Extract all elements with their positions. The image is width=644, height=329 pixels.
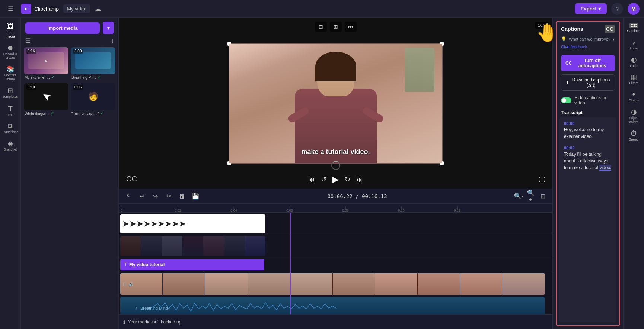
export-chevron-icon: ▾: [598, 6, 601, 12]
skip-back-button[interactable]: ⏮: [308, 176, 315, 184]
project-name[interactable]: My video: [63, 4, 90, 13]
sidebar-item-brand-kit[interactable]: ◈ Brand kit: [1, 138, 19, 154]
sidebar-item-text[interactable]: T Text: [1, 103, 19, 119]
your-media-icon: 🖼: [7, 23, 14, 30]
zoom-out-button[interactable]: 🔍-: [514, 191, 524, 201]
track-row-video-frames: [119, 235, 552, 257]
download-captions-button[interactable]: ⬇ Download captions (.srt): [561, 74, 615, 91]
person-figure: [291, 52, 380, 163]
video-canvas-inner: make a tutorial video.: [229, 44, 442, 163]
skip-forward-button[interactable]: ⏭: [356, 176, 363, 184]
preview-top-toolbar: ⊡ ⊞ •••: [315, 22, 357, 32]
hamburger-button[interactable]: ☰: [4, 3, 16, 15]
playback-controls: ⏮ ↺ ▶ ↻ ⏭: [308, 175, 363, 184]
transcript-content[interactable]: 00:00 Hey, welcome to my exlainer video.…: [559, 117, 616, 322]
logo-icon: [21, 4, 31, 14]
content-library-icon: 📚: [6, 66, 15, 72]
feedback-icon: 💡: [561, 36, 567, 42]
forward-button[interactable]: ↻: [345, 175, 350, 184]
right-sidebar-item-fade[interactable]: ◐ Fade: [625, 54, 643, 70]
right-captions-icon: CC: [629, 23, 638, 28]
track-row-main-video: ⏸ 🔊: [119, 272, 552, 296]
save-button[interactable]: 💾: [190, 191, 201, 201]
media-duration-turn-on: 0:05: [73, 85, 83, 90]
filter-icon[interactable]: ☰: [25, 37, 31, 44]
right-adjust-colors-icon: ◑: [631, 109, 637, 115]
mute-icon[interactable]: ⏸: [122, 281, 127, 287]
ruler-mark-4: 0:04: [230, 209, 237, 212]
ruler-mark-10: 0:10: [398, 209, 405, 212]
ruler-mark-2: 0:02: [175, 209, 181, 212]
check-mark-white-diag: ✓: [51, 111, 54, 116]
sidebar-label-transitions: Transitions: [2, 130, 19, 134]
volume-icon[interactable]: 🔊: [128, 282, 134, 287]
right-sidebar-item-audio[interactable]: ♪ Audio: [625, 37, 643, 53]
video-subtitle: make a tutorial video.: [301, 148, 370, 156]
fit-button[interactable]: ⊡: [538, 191, 548, 201]
import-media-button[interactable]: Import media: [25, 22, 100, 34]
right-sidebar-item-effects[interactable]: ✦ Effects: [625, 89, 643, 105]
crop-button[interactable]: ⊡: [315, 22, 327, 32]
media-thumb-white-diag: 0:10 ➤: [24, 83, 68, 110]
undo-button[interactable]: ↩: [137, 191, 147, 201]
media-thumb-explainer: 0:16 ▶: [24, 47, 68, 74]
turn-off-autocaptions-button[interactable]: CC Turn off autocaptions: [561, 55, 615, 71]
play-button[interactable]: ▶: [332, 175, 339, 184]
media-item-breathing[interactable]: 3:09 Breathing Mind ✓: [71, 47, 115, 81]
topbar: ☰ Clipchamp My video ☁ Export ▾ ? M: [0, 0, 644, 18]
right-captions-label: Captions: [627, 29, 641, 33]
ruler-mark-8: 0:08: [342, 209, 349, 212]
redo-button[interactable]: ↪: [150, 191, 160, 201]
video-canvas[interactable]: make a tutorial video.: [229, 43, 443, 164]
track-title[interactable]: T My video tutorial: [120, 259, 264, 270]
right-adjust-colors-label: Adjust colors: [627, 116, 641, 124]
cut-button[interactable]: ✂: [163, 191, 174, 201]
avatar-button[interactable]: M: [628, 3, 640, 15]
hide-captions-label: Hide captions in video: [574, 95, 615, 106]
media-item-turn-on[interactable]: 0:05 🧑 "Turn on capti..." ✓: [71, 83, 115, 117]
zoom-in-button[interactable]: 🔍+: [526, 191, 536, 201]
captions-panel-header: Captions CC: [557, 22, 619, 35]
main-video-track[interactable]: [120, 273, 545, 295]
sort-icon[interactable]: ↕: [111, 38, 114, 44]
help-button[interactable]: ?: [611, 3, 623, 15]
right-sidebar-item-filters[interactable]: ▦ Filters: [625, 71, 643, 87]
export-button[interactable]: Export ▾: [575, 3, 607, 14]
media-name-explainer: My explainer ... ✓: [24, 74, 68, 81]
status-bar: ℹ Your media isn't backed up: [119, 314, 552, 329]
media-item-explainer[interactable]: 0:16 ▶ My explainer ... ✓: [24, 47, 68, 81]
hide-captions-toggle[interactable]: [561, 97, 571, 103]
main-layout: 🖼 Your media ⏺ Record & create 📚 Content…: [0, 18, 644, 329]
track-video-frames[interactable]: [120, 236, 265, 256]
fullscreen-button[interactable]: ⛶: [539, 177, 545, 183]
timeline-toolbar: ↖ ↩ ↪ ✂ 🗑 💾 00:06.22 / 00:16.13 🔍- 🔍+ ⊡: [119, 189, 552, 204]
sidebar-item-record-create[interactable]: ⏺ Record & create: [1, 42, 19, 62]
media-duration-explainer: 0:16: [26, 49, 36, 54]
brand-kit-icon: ◈: [8, 140, 13, 147]
right-sidebar-item-captions[interactable]: CC Captions: [625, 21, 643, 35]
sidebar-item-templates[interactable]: ⊞ Templates: [1, 85, 19, 101]
right-sidebar-item-adjust-colors[interactable]: ◑ Adjust colors: [625, 106, 643, 126]
sidebar-item-transitions[interactable]: ⧉ Transitions: [1, 120, 19, 136]
resize-button[interactable]: ⊞: [330, 22, 342, 32]
sidebar-item-your-media[interactable]: 🖼 Your media: [1, 21, 19, 41]
export-label: Export: [581, 6, 596, 12]
media-duration-breathing: 3:09: [73, 49, 83, 54]
select-tool-button[interactable]: ↖: [123, 191, 134, 201]
rewind-button[interactable]: ↺: [321, 175, 326, 184]
give-feedback-link[interactable]: Give feedback: [561, 45, 587, 49]
audio-track[interactable]: ♪ Breathing Mind: [120, 297, 545, 314]
import-chevron-button[interactable]: ▾: [103, 22, 114, 34]
feedback-text: What can we improve?: [569, 37, 610, 41]
track-arrows[interactable]: ➤ ➤ ➤ ➤ ➤ ➤ ➤ ➤ ➤: [120, 214, 265, 233]
right-audio-icon: ♪: [632, 39, 635, 46]
more-button[interactable]: •••: [345, 22, 357, 32]
media-item-white-diag[interactable]: 0:10 ➤ White diagon... ✓: [24, 83, 68, 117]
captions-panel-inner: Captions CC 💡 What can we improve? ▾ Giv…: [556, 21, 620, 326]
cc-button[interactable]: CC: [126, 175, 137, 183]
right-sidebar-item-speed[interactable]: ⏱ Speed: [625, 128, 643, 144]
title-track-icon: T: [124, 262, 127, 267]
sidebar-item-content-library[interactable]: 📚 Content library: [1, 64, 19, 84]
delete-button[interactable]: 🗑: [177, 191, 187, 201]
audio-icon: ♪: [135, 306, 137, 311]
